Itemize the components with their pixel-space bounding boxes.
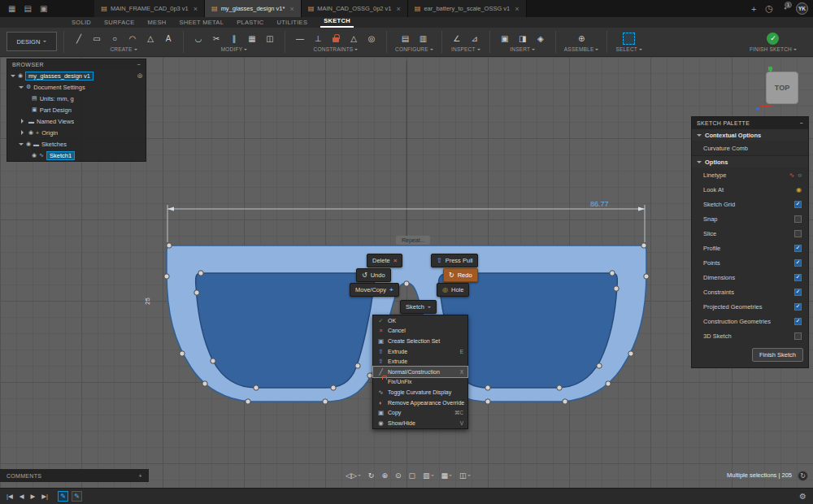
delete-button[interactable]: Delete×	[367, 254, 402, 267]
tab-sketch[interactable]: SKETCH	[320, 17, 354, 28]
tab-plastic[interactable]: PLASTIC	[237, 19, 263, 28]
orbit-icon[interactable]: ↻	[368, 471, 375, 480]
app-menu-icon[interactable]: ▦	[8, 4, 15, 13]
zoom-icon[interactable]: ⊙	[395, 471, 402, 480]
document-tab[interactable]: ▤ ear_battery_to_scale_OSSG v1 ×	[408, 0, 527, 17]
go-to-start-icon[interactable]: |◀	[7, 493, 13, 500]
timeline-sketch2-item[interactable]: ✎	[72, 491, 82, 502]
linetype-row[interactable]: Linetype ∿ ○	[692, 167, 808, 182]
fillet-icon[interactable]: ◡	[192, 32, 205, 45]
configure-group-label[interactable]: CONFIGURE	[395, 46, 433, 52]
tab-surface[interactable]: SURFACE	[104, 19, 135, 28]
add-comment-icon[interactable]: +	[139, 473, 142, 479]
visibility-eye-icon[interactable]: ◉	[32, 152, 37, 159]
polygon-icon[interactable]: △	[144, 32, 157, 45]
browser-item-part-design[interactable]: ▣ Part Design	[7, 104, 146, 115]
new-tab-icon[interactable]: +	[751, 4, 756, 14]
visibility-eye-icon[interactable]: ◉	[18, 72, 23, 79]
repeat-command-pill[interactable]: Repeat...	[396, 236, 430, 245]
browser-item-sketches-folder[interactable]: ◉ ▬ Sketches	[7, 138, 146, 150]
contextual-options-section[interactable]: Contextual Options	[692, 128, 808, 141]
snap-checkbox[interactable]	[794, 215, 802, 223]
new-document-icon[interactable]: ▤	[24, 4, 31, 13]
play-icon[interactable]: ▶	[31, 493, 36, 500]
view-cube[interactable]: TOP	[766, 72, 798, 104]
save-icon[interactable]: ▣	[40, 4, 47, 13]
options-section[interactable]: Options	[692, 155, 808, 167]
modify-group-label[interactable]: MODIFY	[221, 46, 247, 52]
sketch-grid-row[interactable]: Sketch Grid ✓	[692, 197, 808, 211]
close-tab-icon[interactable]: ×	[289, 5, 293, 13]
document-tab-active[interactable]: ▤ my_glasses_design v1* ×	[205, 0, 302, 17]
offset-icon[interactable]: ∥	[228, 32, 241, 45]
context-menu-item-ok[interactable]: ✓ OK	[373, 315, 467, 326]
design-workspace-dropdown[interactable]: DESIGN	[7, 32, 57, 51]
mirror-icon[interactable]: ◫	[263, 32, 276, 45]
3d-sketch-checkbox[interactable]	[794, 332, 802, 340]
slice-checkbox[interactable]	[794, 230, 802, 237]
profile-checkbox[interactable]: ✓	[794, 245, 802, 252]
arc-icon[interactable]: ◠	[126, 32, 139, 45]
profile-row[interactable]: Profile ✓	[692, 241, 808, 255]
collapse-panel-icon[interactable]: −	[800, 120, 803, 126]
expand-caret-icon[interactable]	[19, 143, 24, 148]
select-tool-icon[interactable]	[623, 32, 636, 45]
tangent-constraint-icon[interactable]: △	[347, 32, 360, 45]
projected-geometries-checkbox[interactable]: ✓	[794, 303, 802, 311]
context-menu-item-normal-construction[interactable]: ╱ Normal/ConstructionX	[373, 367, 467, 377]
constraints-group-label[interactable]: CONSTRAINTS	[314, 46, 359, 52]
decal-icon[interactable]: ◨	[516, 32, 529, 45]
expand-caret-icon[interactable]	[19, 86, 24, 91]
inspect-group-label[interactable]: INSPECT	[451, 46, 480, 52]
go-to-end-icon[interactable]: ▶|	[41, 493, 48, 500]
joint-icon[interactable]: ⊕	[575, 32, 588, 45]
sketch-palette-header[interactable]: SKETCH PALETTE −	[692, 117, 808, 128]
document-tab[interactable]: ▤ MAIN_FRAME_CAD_0p3 v1 ×	[94, 0, 205, 17]
left-lens-profile[interactable]	[196, 273, 375, 388]
section-analysis-icon[interactable]: ⊿	[468, 32, 481, 45]
tab-utilities[interactable]: UTILITIES	[277, 19, 308, 28]
display-settings-icon[interactable]: ▥	[423, 471, 434, 480]
step-back-icon[interactable]: ◀	[20, 493, 24, 500]
linetype-circle-icon[interactable]: ○	[798, 172, 802, 179]
context-menu-item-toggle-curvature[interactable]: ∿ Toggle Curvature Display	[373, 387, 467, 398]
construction-geometries-checkbox[interactable]: ✓	[794, 318, 802, 325]
fit-view-icon[interactable]: ▢	[408, 471, 415, 480]
look-at-icon[interactable]: ◉	[796, 186, 802, 193]
pan-icon[interactable]: ⊕	[381, 471, 388, 480]
curvature-comb-row[interactable]: Curvature Comb	[692, 141, 808, 155]
browser-item-sketch1[interactable]: ◉ ∿ Sketch1	[7, 150, 146, 161]
constraints-checkbox[interactable]: ✓	[794, 289, 802, 296]
constraints-row[interactable]: Constraints ✓	[692, 285, 808, 299]
linetype-curve-icon[interactable]: ∿	[789, 172, 794, 179]
left-dimension-label[interactable]: 25	[144, 298, 151, 305]
close-tab-icon[interactable]: ×	[193, 5, 198, 13]
browser-item-named-views[interactable]: ▬ Named Views	[7, 115, 146, 127]
browser-item-document-settings[interactable]: ⚙ Document Settings	[7, 81, 146, 93]
tab-sheet-metal[interactable]: SHEET METAL	[179, 19, 224, 28]
document-tab[interactable]: ▤ MAIN_CAD_OSSG_0p2 v1 ×	[302, 0, 408, 17]
comments-bar[interactable]: COMMENTS +	[0, 469, 149, 482]
expand-caret-icon[interactable]	[11, 75, 15, 80]
undo-button[interactable]: ↺Undo	[356, 268, 391, 282]
move-copy-button[interactable]: Move/Copy+	[350, 283, 399, 297]
sketch-grid-checkbox[interactable]: ✓	[794, 201, 802, 208]
collapsed-caret-icon[interactable]	[21, 130, 26, 135]
close-tab-icon[interactable]: ×	[397, 5, 401, 13]
config-table-icon[interactable]: ▥	[416, 32, 429, 45]
circle-icon[interactable]: ○	[108, 32, 121, 45]
insert-mesh-icon[interactable]: ◈	[534, 32, 547, 45]
dimensions-row[interactable]: Dimensions ✓	[692, 270, 808, 285]
3d-sketch-row[interactable]: 3D Sketch	[692, 328, 808, 343]
insert-group-label[interactable]: INSERT	[510, 46, 535, 52]
pattern-icon[interactable]: ▦	[246, 32, 259, 45]
construction-geometries-row[interactable]: Construction Geometries ✓	[692, 314, 808, 328]
perpendicular-constraint-icon[interactable]: ⊥	[311, 32, 324, 45]
slice-row[interactable]: Slice	[692, 226, 808, 241]
context-menu-item-remove-appearance[interactable]: ◐ Remove Appearance Override	[373, 398, 467, 408]
trim-icon[interactable]: ✂	[210, 32, 223, 45]
context-menu-item-extrude[interactable]: ⇧ ExtrudeE	[373, 346, 467, 357]
measure-icon[interactable]: ∠	[450, 32, 463, 45]
collapsed-caret-icon[interactable]	[21, 119, 26, 124]
redo-button[interactable]: ↻Redo	[443, 268, 478, 282]
